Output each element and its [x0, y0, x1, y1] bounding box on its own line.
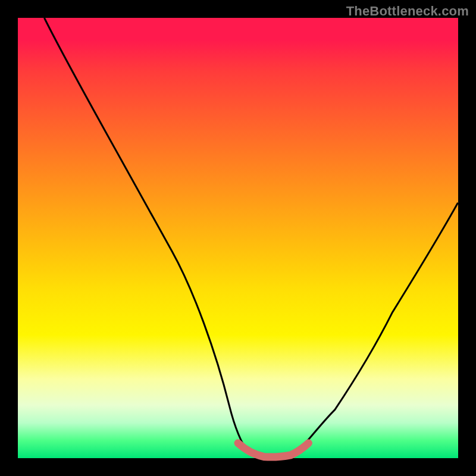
- plot-area: [18, 18, 458, 458]
- optimal-marker-path: [238, 443, 308, 457]
- watermark-text: TheBottleneck.com: [346, 4, 469, 19]
- bottleneck-curve-path: [44, 18, 458, 458]
- chart-frame: TheBottleneck.com: [0, 0, 476, 476]
- curve-layer: [18, 18, 458, 458]
